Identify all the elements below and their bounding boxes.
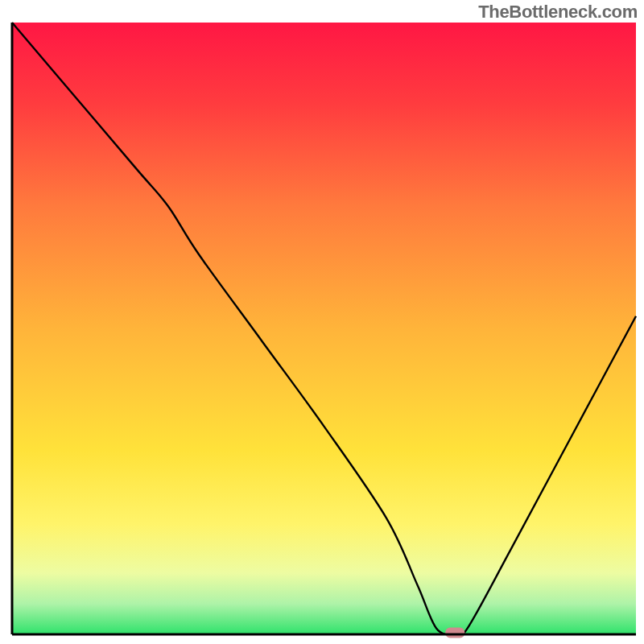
- chart-container: TheBottleneck.com: [0, 0, 644, 644]
- optimal-marker: [445, 628, 464, 638]
- bottleneck-chart: [0, 0, 644, 644]
- gradient-background: [12, 23, 636, 634]
- watermark-text: TheBottleneck.com: [478, 2, 638, 23]
